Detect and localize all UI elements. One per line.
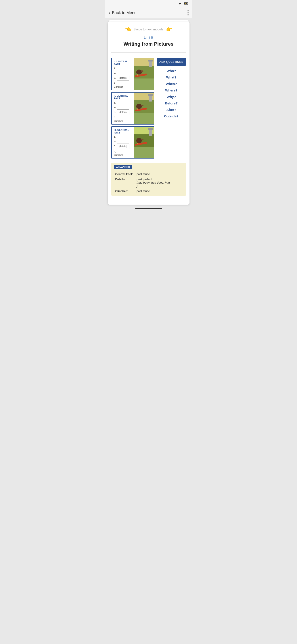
- list-item: 3. (details): [114, 109, 131, 116]
- svg-text:⚡: ⚡: [184, 3, 186, 4]
- wifi-icon: [177, 2, 182, 5]
- swipe-hint-text: Swipe to next module: [134, 28, 164, 31]
- list-item: 3. (details): [114, 143, 131, 150]
- back-label: Back to Menu: [112, 10, 137, 15]
- content-grid: I. CENTRAL FACT 1. 2. 3. (details) 4. Cl…: [111, 58, 186, 158]
- main-card: 👈 Swipe to next module 👉 Unit 5 Writing …: [108, 22, 190, 204]
- section-divider: [111, 52, 186, 52]
- question-what: What?: [157, 74, 186, 80]
- list-item: 2.: [114, 105, 131, 109]
- table-row: Central Fact: past tense: [114, 172, 183, 176]
- scene-image-I: [134, 58, 154, 90]
- page-title: Writing from Pictures: [111, 41, 186, 47]
- section-III-header: III. CENTRAL FACT: [114, 128, 131, 134]
- question-where: Where?: [157, 87, 186, 94]
- swipe-hint: 👈 Swipe to next module 👉: [111, 26, 186, 32]
- section-II-left: II. CENTRAL FACT 1. 2. 3. (details) 4. C…: [112, 92, 134, 124]
- details-example: (had been, had done, had ______ ): [137, 181, 180, 188]
- list-item: 1.: [114, 66, 131, 71]
- clincher-I: Clincher: [114, 86, 131, 88]
- section-III-list: 1. 2. 3. (details) 4.: [114, 135, 131, 154]
- section-I-left: I. CENTRAL FACT 1. 2. 3. (details) 4. Cl…: [112, 58, 134, 90]
- unit-label: Unit 5: [111, 36, 186, 40]
- advanced-table: Central Fact: past tense Details: past p…: [114, 171, 183, 194]
- list-item: 3. (details): [114, 75, 131, 81]
- section-III-box: III. CENTRAL FACT 1. 2. 3. (details) 4. …: [111, 126, 154, 159]
- section-I-box: I. CENTRAL FACT 1. 2. 3. (details) 4. Cl…: [111, 58, 154, 90]
- question-before: Before?: [157, 100, 186, 106]
- details-badge: (details): [117, 144, 129, 149]
- central-fact-value: past tense: [136, 172, 183, 176]
- details-badge: (details): [117, 109, 129, 115]
- table-row: Details: past perfect (had been, had don…: [114, 177, 183, 188]
- back-arrow-icon: ‹: [109, 10, 110, 16]
- clincher-III: Clincher: [114, 154, 131, 156]
- ask-questions-header: ASK QUESTIONS: [157, 58, 186, 66]
- svg-point-0: [179, 5, 180, 5]
- section-II-list: 1. 2. 3. (details) 4.: [114, 100, 131, 120]
- details-value: past perfect (had been, had done, had __…: [136, 177, 183, 188]
- hand-right-icon: 👉: [166, 26, 172, 32]
- section-I-list: 1. 2. 3. (details) 4.: [114, 66, 131, 86]
- clincher-II: Clincher: [114, 120, 131, 122]
- back-button[interactable]: ‹ Back to Menu: [109, 10, 137, 16]
- status-bar: ⚡: [105, 0, 192, 7]
- question-when: When?: [157, 80, 186, 87]
- details-badge: (details): [117, 75, 129, 81]
- question-why: Why?: [157, 94, 186, 100]
- outline-sections: I. CENTRAL FACT 1. 2. 3. (details) 4. Cl…: [111, 58, 154, 158]
- scene-image-III: [134, 127, 154, 158]
- ask-questions-panel: ASK QUESTIONS Who? What? When? Where? Wh…: [157, 58, 186, 158]
- top-nav: ‹ Back to Menu: [105, 7, 192, 18]
- list-item: 4.: [114, 116, 131, 120]
- home-indicator: [135, 208, 162, 209]
- list-item: 2.: [114, 71, 131, 75]
- question-outside: Outside?: [157, 113, 186, 120]
- list-item: 1.: [114, 135, 131, 139]
- details-label: Details:: [114, 177, 135, 188]
- list-item: 4.: [114, 81, 131, 86]
- central-fact-label: Central Fact:: [114, 172, 135, 176]
- hand-left-icon: 👈: [125, 26, 131, 32]
- more-options-button[interactable]: [188, 10, 189, 16]
- advanced-section: ADVANCED Central Fact: past tense Detail…: [111, 163, 186, 196]
- section-II-box: II. CENTRAL FACT 1. 2. 3. (details) 4. C…: [111, 92, 154, 124]
- list-item: 2.: [114, 139, 131, 143]
- clincher-value: past tense: [136, 189, 183, 194]
- section-I-header: I. CENTRAL FACT: [114, 60, 131, 66]
- section-III-left: III. CENTRAL FACT 1. 2. 3. (details) 4. …: [112, 127, 134, 158]
- scene-image-II: [134, 92, 154, 124]
- question-after: After?: [157, 106, 186, 113]
- question-who: Who?: [157, 68, 186, 74]
- section-II-header: II. CENTRAL FACT: [114, 94, 131, 100]
- table-row: Clincher: past tense: [114, 189, 183, 194]
- advanced-badge: ADVANCED: [114, 165, 132, 169]
- battery-icon: ⚡: [184, 2, 189, 5]
- list-item: 4.: [114, 150, 131, 154]
- more-dots-icon: [188, 10, 189, 16]
- list-item: 1.: [114, 100, 131, 105]
- question-list: Who? What? When? Where? Why? Before? Aft…: [157, 68, 186, 120]
- clincher-label: Clincher:: [114, 189, 135, 194]
